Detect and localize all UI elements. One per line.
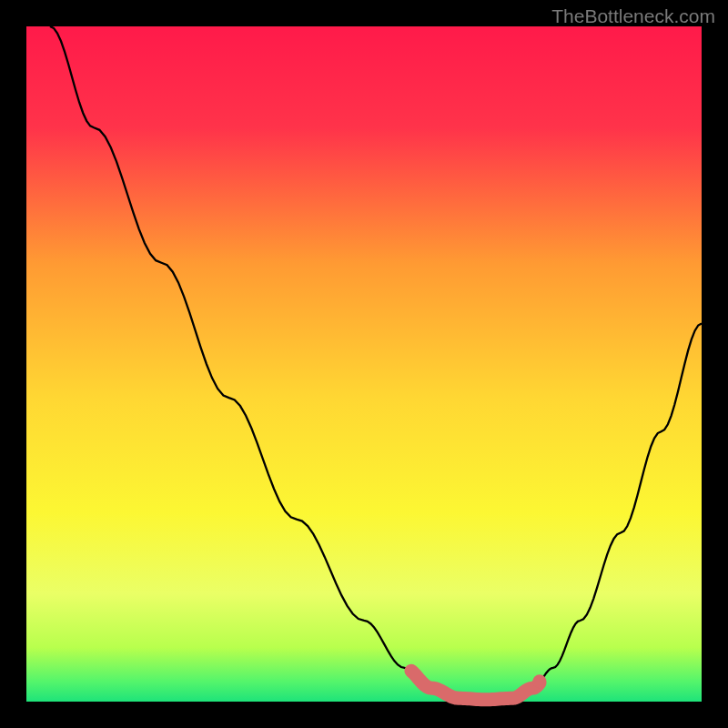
chart-container: TheBottleneck.com	[0, 0, 728, 728]
watermark-text: TheBottleneck.com	[551, 5, 715, 27]
plot-background	[26, 26, 702, 702]
marker-dot	[532, 674, 546, 688]
bottleneck-chart	[0, 0, 728, 728]
